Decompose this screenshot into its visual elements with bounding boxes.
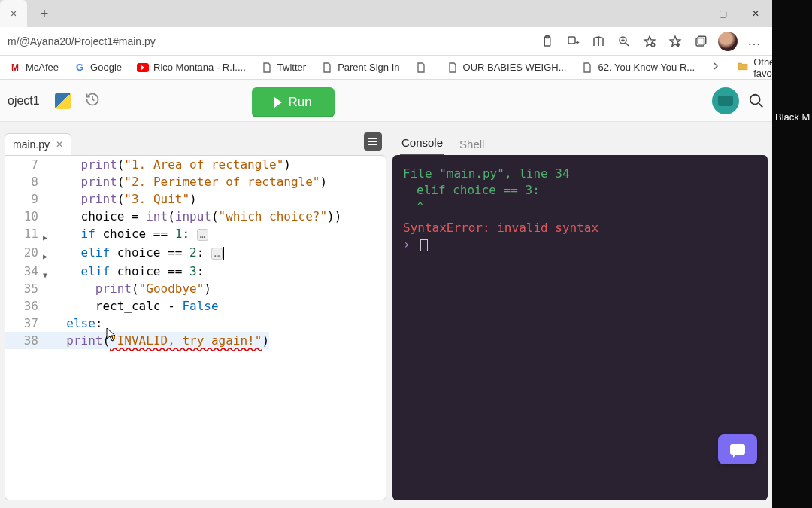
search-icon[interactable] [748, 93, 765, 109]
tab-console[interactable]: Console [400, 132, 444, 155]
line-number: 7 [5, 156, 43, 173]
bookmark-parent-signin[interactable]: Parent Sign In [315, 60, 405, 75]
fold-closed-icon[interactable]: ▶ [43, 229, 47, 246]
bookmark-our-babies[interactable]: OUR BABIES WEIGH... [441, 60, 573, 75]
user-avatar[interactable] [712, 87, 739, 114]
clipboard-icon[interactable] [535, 29, 560, 53]
close-tab-icon[interactable]: × [11, 8, 17, 20]
close-window-button[interactable]: ✕ [739, 0, 772, 27]
bookmark-label: Twitter [277, 62, 306, 73]
new-tab-button[interactable]: + [33, 2, 56, 25]
code-content[interactable]: elif choice == 2: … [43, 244, 224, 263]
code-content[interactable]: else: [43, 315, 102, 332]
fold-closed-icon[interactable]: ▶ [43, 248, 47, 265]
bookmark-label: Rico Montana - R.I.... [153, 62, 246, 73]
other-favorites-label: Other favorites [753, 56, 772, 79]
tab-shell[interactable]: Shell [458, 133, 486, 155]
python-icon[interactable] [55, 93, 71, 109]
address-bar[interactable]: m/@Ayana20/Project1#main.py [5, 35, 156, 47]
code-editor[interactable]: 7 print("1. Area of rectangle")8 print("… [5, 155, 386, 500]
reader-icon[interactable] [586, 29, 611, 53]
folder-icon [737, 60, 749, 75]
svg-point-16 [750, 94, 760, 104]
code-content[interactable]: choice = int(input("which choice?")) [43, 208, 341, 225]
traceback-file-line: File "main.py", line 34 [403, 166, 757, 182]
code-line[interactable]: 11▶ if choice == 1: … [5, 225, 386, 244]
window-controls: — ▢ ✕ [673, 0, 772, 27]
zoom-icon[interactable] [611, 29, 637, 53]
line-number: 20▶ [5, 244, 43, 263]
svg-line-17 [759, 103, 763, 107]
code-line[interactable]: 34▼ elif choice == 3: [5, 263, 386, 280]
editor-panel: main.py ✕ 7 print("1. Area of rectangle"… [5, 129, 386, 500]
more-menu-icon[interactable]: … [742, 29, 768, 53]
code-line[interactable]: 35 print("Goodbye") [5, 280, 386, 297]
participant-label: Black M [775, 111, 810, 123]
code-line[interactable]: 8 print("2. Perimeter of rectangle") [5, 173, 386, 190]
bookmark-google[interactable]: G Google [68, 60, 128, 75]
run-button[interactable]: Run [252, 87, 335, 117]
bookmark-youtube[interactable]: Rico Montana - R.I.... [131, 60, 252, 75]
code-line[interactable]: 20▶ elif choice == 2: … [5, 244, 386, 263]
code-content[interactable]: print("Goodbye") [43, 280, 211, 297]
collections-star-icon[interactable] [662, 29, 688, 53]
bookmark-twitter[interactable]: Twitter [255, 60, 312, 75]
browser-tab[interactable]: × [0, 0, 27, 27]
terminal-cursor [420, 239, 428, 251]
svg-rect-2 [568, 37, 575, 44]
other-favorites[interactable]: Other favorites [731, 56, 772, 80]
project-name[interactable]: oject1 [8, 94, 47, 108]
close-file-icon[interactable]: ✕ [56, 139, 63, 150]
code-content[interactable]: print("2. Perimeter of rectangle") [43, 173, 327, 190]
line-number: 9 [5, 190, 43, 208]
file-tab-mainpy[interactable]: main.py ✕ [5, 133, 71, 155]
code-content[interactable]: print("3. Quit") [43, 190, 197, 208]
code-content[interactable]: print("INVALID, try again!") [43, 332, 269, 349]
code-content[interactable]: elif choice == 3: [43, 263, 204, 280]
code-line[interactable]: 38 print("INVALID, try again!") [5, 332, 386, 349]
bookmark-you-know[interactable]: 62. You Know You R... [575, 60, 701, 75]
code-content[interactable]: if choice == 1: … [43, 225, 208, 244]
code-line[interactable]: 10 choice = int(input("which choice?")) [5, 208, 386, 225]
bookmark-empty[interactable] [409, 60, 438, 75]
console-output[interactable]: File "main.py", line 34 elif choice == 3… [392, 155, 768, 500]
console-tab-bar: Console Shell [392, 129, 768, 155]
play-icon [274, 97, 282, 108]
google-icon: G [74, 62, 86, 74]
chat-button[interactable] [718, 434, 757, 464]
file-tab-label: main.py [13, 138, 50, 151]
page-icon [581, 62, 593, 74]
bookmark-mcafee[interactable]: M McAfee [3, 60, 65, 75]
youtube-icon [137, 62, 149, 74]
prompt-symbol: › [403, 237, 417, 251]
collections-icon[interactable] [688, 29, 714, 53]
code-line[interactable]: 36 rect_calc - False [5, 297, 386, 315]
run-label: Run [288, 95, 311, 110]
code-line[interactable]: 9 print("3. Quit") [5, 190, 386, 208]
sidebar-toggle-icon[interactable] [364, 132, 382, 151]
extensions-add-icon[interactable] [560, 29, 586, 53]
code-line[interactable]: 37 else: [5, 315, 386, 332]
line-number: 34▼ [5, 263, 43, 280]
favorite-star-icon[interactable] [637, 29, 662, 53]
minimize-button[interactable]: — [673, 0, 706, 27]
code-content[interactable]: print("1. Area of rectangle") [43, 156, 291, 173]
console-panel: Console Shell File "main.py", line 34 el… [392, 129, 768, 500]
main-split: main.py ✕ 7 print("1. Area of rectangle"… [0, 122, 772, 508]
code-line[interactable]: 7 print("1. Area of rectangle") [5, 156, 386, 173]
error-message: SyntaxError: invalid syntax [403, 220, 757, 236]
browser-window: × + — ▢ ✕ m/@Ayana20/Project1#main.py … … [0, 0, 772, 508]
line-number: 37 [5, 315, 43, 332]
plus-icon: + [41, 6, 49, 22]
fold-open-icon[interactable]: ▼ [43, 266, 47, 284]
line-number: 10 [5, 208, 43, 225]
history-icon[interactable] [85, 92, 100, 110]
video-overlay-panel: Black M [772, 0, 812, 508]
code-content[interactable]: rect_calc - False [43, 297, 219, 315]
text-caret [223, 247, 224, 260]
profile-avatar[interactable] [718, 32, 738, 51]
bookmark-label: OUR BABIES WEIGH... [463, 62, 567, 73]
maximize-button[interactable]: ▢ [706, 0, 739, 27]
bookmarks-overflow[interactable] [704, 60, 728, 75]
bookmark-label: McAfee [26, 62, 59, 73]
